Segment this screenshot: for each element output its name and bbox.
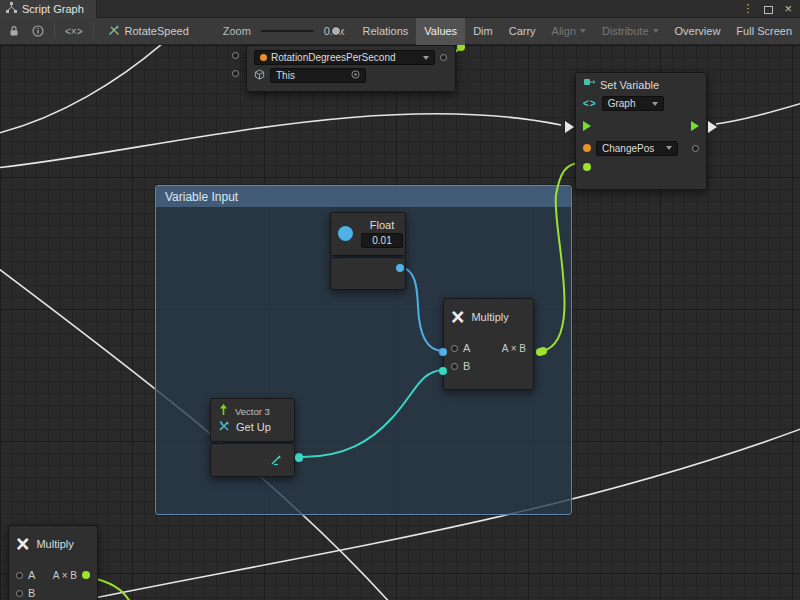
flow-output-arrow-icon[interactable] — [691, 121, 699, 131]
value-output-port[interactable] — [440, 54, 447, 61]
info-icon[interactable] — [26, 18, 50, 44]
toolbar-button-dim[interactable]: Dim — [465, 18, 501, 45]
input-port-a[interactable] — [16, 572, 23, 579]
chevron-down-icon — [652, 102, 658, 106]
unity-script-graph-window: Script Graph ⋮ × <×> RotateSpeed Zoom 0.… — [0, 0, 800, 600]
object-picker-icon[interactable] — [351, 70, 360, 81]
toolbar-button-carry[interactable]: Carry — [501, 18, 544, 45]
crossed-arrows-icon — [218, 420, 230, 434]
window-tab[interactable]: Script Graph — [0, 0, 97, 18]
window-menu-icon[interactable]: ⋮ — [742, 3, 753, 14]
float-type-icon — [338, 226, 353, 241]
chevron-down-icon — [423, 56, 429, 60]
node-float-literal[interactable]: Float 0.01 — [330, 212, 406, 256]
code-view-icon[interactable]: <×> — [59, 18, 89, 44]
float-output-port[interactable] — [396, 264, 404, 272]
node-multiply-2[interactable]: × Multiply A A × B B — [8, 525, 98, 600]
node-get-variable[interactable]: RotationDegreesPerSecond This — [246, 45, 456, 92]
node-multiply-1[interactable]: × Multiply A A × B B — [443, 298, 534, 390]
node-set-variable[interactable]: Set Variable <> Graph ChangePos — [575, 72, 707, 190]
variable-name-dropdown[interactable]: RotationDegreesPerSecond — [254, 50, 435, 65]
window-controls: ⋮ × — [742, 1, 792, 17]
graph-asset-icon — [108, 24, 120, 38]
zoom-slider[interactable] — [261, 30, 314, 32]
toolbar-button-relations[interactable]: Relations — [354, 18, 416, 45]
graph-toolbar: <×> RotateSpeed Zoom 0.9x Relations Valu… — [0, 18, 800, 45]
vector-type-label: Vector 3 — [235, 406, 270, 417]
maximize-icon[interactable] — [764, 1, 773, 17]
variable-port-icon — [260, 54, 267, 61]
multiply-icon: × — [16, 533, 29, 556]
target-field[interactable]: This — [270, 68, 366, 83]
chevron-down-icon — [580, 29, 586, 33]
value-input-port[interactable] — [583, 163, 591, 171]
lock-icon[interactable] — [2, 18, 26, 44]
graph-name: RotateSpeed — [125, 25, 189, 37]
graph-canvas[interactable]: Variable Input RotationDegreesPerSecond — [0, 45, 800, 600]
value-output-port[interactable] — [692, 145, 699, 152]
title-bar: Script Graph ⋮ × — [0, 0, 800, 18]
node-title: Multiply — [471, 311, 508, 323]
node-vector3-body[interactable] — [210, 443, 295, 477]
output-label: A × B — [53, 570, 77, 581]
node-title: Set Variable — [600, 79, 659, 91]
cube-icon — [254, 69, 265, 82]
scope-dropdown[interactable]: Graph — [602, 96, 664, 111]
vector-output-icon — [270, 454, 282, 468]
variable-dropdown[interactable]: ChangePos — [596, 141, 678, 156]
node-title: Multiply — [36, 538, 73, 550]
flow-wire-arrow-in — [565, 121, 574, 133]
vector-output-port[interactable] — [295, 454, 303, 462]
toolbar-button-align[interactable]: Align — [544, 18, 594, 45]
output-port[interactable] — [82, 571, 90, 579]
input-port-a[interactable] — [451, 345, 458, 352]
input-port[interactable] — [232, 70, 239, 77]
toolbar-separator — [54, 23, 55, 39]
input-port-b[interactable] — [451, 363, 458, 370]
zoom-slider-handle[interactable] — [331, 26, 341, 36]
window-tab-label: Script Graph — [22, 3, 84, 15]
input-port[interactable] — [232, 52, 239, 59]
group-header[interactable]: Variable Input — [156, 186, 571, 207]
flow-input-arrow-icon[interactable] — [583, 121, 591, 131]
input-b-connection[interactable] — [439, 367, 447, 375]
chevron-down-icon — [653, 29, 659, 33]
close-icon[interactable]: × — [784, 2, 792, 15]
zoom-label: Zoom — [223, 25, 251, 37]
float-value-field[interactable]: 0.01 — [361, 233, 403, 248]
variable-port-icon[interactable] — [583, 144, 591, 152]
toolbar-button-overview[interactable]: Overview — [667, 18, 729, 45]
graph-breadcrumb[interactable]: RotateSpeed — [108, 24, 189, 38]
multiply-icon: × — [451, 306, 464, 329]
script-graph-icon — [6, 2, 17, 15]
output-label: A × B — [502, 343, 526, 354]
float-type-label: Float — [370, 219, 394, 231]
input-a-connection[interactable] — [439, 348, 447, 356]
code-brackets-icon: <> — [583, 98, 597, 109]
input-port-b[interactable] — [16, 590, 23, 597]
toolbar-button-values[interactable]: Values — [416, 18, 465, 45]
toolbar-button-fullscreen[interactable]: Full Screen — [728, 18, 800, 45]
toolbar-button-distribute[interactable]: Distribute — [594, 18, 666, 45]
group-title: Variable Input — [165, 190, 238, 204]
operation-label: Get Up — [236, 421, 271, 433]
toolbar-separator — [93, 23, 94, 39]
output-port[interactable] — [536, 348, 544, 356]
chevron-down-icon — [666, 146, 672, 150]
node-float-body[interactable] — [330, 257, 406, 290]
flow-wire-arrow-out — [708, 121, 717, 133]
up-arrow-icon — [218, 404, 229, 418]
set-variable-icon — [583, 78, 595, 92]
node-vector3-get-up[interactable]: Vector 3 Get Up — [210, 398, 295, 442]
